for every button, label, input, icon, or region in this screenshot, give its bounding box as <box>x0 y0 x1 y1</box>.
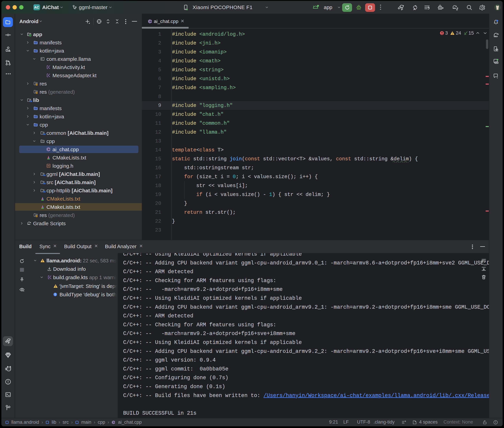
svg-text:A: A <box>413 7 416 11</box>
